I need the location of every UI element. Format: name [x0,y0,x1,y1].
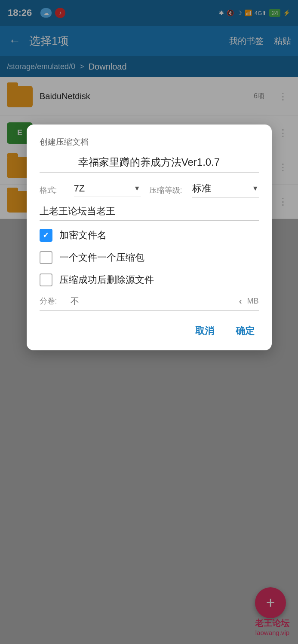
format-dropdown-icon: ▼ [134,185,141,192]
level-select[interactable]: 标准 ▼ [192,182,259,198]
level-value: 标准 [192,182,211,195]
format-level-row: 格式: 7Z ▼ 压缩等级: 标准 ▼ [40,182,259,198]
volume-input[interactable] [71,296,234,306]
one-file-one-zip-label: 一个文件一个压缩包 [59,251,144,264]
delete-source-row: 压缩成功后删除源文件 [40,273,259,286]
volume-unit: MB [247,297,259,306]
delete-source-label: 压缩成功后删除源文件 [59,273,154,286]
cancel-button[interactable]: 取消 [191,322,218,340]
format-select[interactable]: 7Z ▼ [74,183,141,197]
one-file-one-zip-row: 一个文件一个压缩包 [40,251,259,264]
one-file-one-zip-checkbox[interactable] [40,251,52,264]
compress-dialog: 创建压缩文档 格式: 7Z ▼ 压缩等级: 标准 ▼ ✓ 加密文件名 一个文件一… [27,125,272,350]
filename-input[interactable] [40,156,259,173]
volume-back-icon[interactable]: ‹ [239,296,242,306]
encrypt-filename-checkbox[interactable]: ✓ [40,229,52,242]
password-input[interactable] [40,206,259,221]
checkmark-icon: ✓ [43,231,49,240]
format-label: 格式: [40,185,65,195]
level-dropdown-icon: ▼ [252,185,259,192]
encrypt-filename-label: 加密文件名 [59,229,107,242]
format-value: 7Z [74,183,85,194]
encrypt-filename-row: ✓ 加密文件名 [40,229,259,242]
confirm-button[interactable]: 确定 [231,322,259,340]
delete-source-checkbox[interactable] [40,273,52,286]
volume-label: 分卷: [40,296,65,306]
dialog-buttons: 取消 确定 [40,322,259,340]
dialog-title: 创建压缩文档 [40,137,259,148]
volume-row: 分卷: ‹ MB [40,296,259,311]
level-label: 压缩等级: [149,185,184,195]
